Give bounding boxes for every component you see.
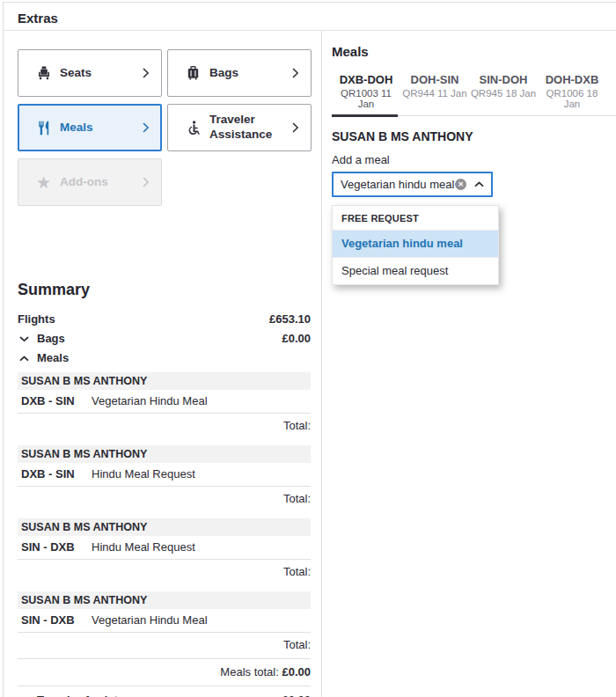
meal-select[interactable]: Vegetarian hindu meal ✕ — [332, 172, 493, 197]
clear-icon[interactable]: ✕ — [455, 179, 466, 190]
total-label: Total: — [18, 560, 311, 586]
star-icon: ★ — [36, 175, 51, 190]
meal-name: Hindu Meal Request — [92, 540, 195, 554]
meal-summary-item: SUSAN B MS ANTHONY DXB - SIN Vegetarian … — [18, 372, 311, 440]
passenger-name-bar: SUSAN B MS ANTHONY — [18, 591, 311, 609]
flight-tabs: DXB-DOH QR1003 11 Jan DOH-SIN QR944 11 J… — [332, 71, 616, 116]
page-title: Extras — [18, 11, 598, 26]
meals-total-label: Meals total: — [220, 665, 278, 679]
extras-page: Extras — [3, 2, 616, 697]
passenger-name-bar: SUSAN B MS ANTHONY — [18, 372, 311, 390]
flights-label: Flights — [18, 312, 55, 326]
passenger-name: SUSAN B MS ANTHONY — [332, 129, 616, 143]
meals-panel: Meals DXB-DOH QR1003 11 Jan DOH-SIN QR94… — [322, 31, 616, 697]
total-label: Total: — [18, 487, 311, 513]
chevron-up-icon — [19, 356, 29, 362]
traveler-assistance-summary-value: £0.00 — [282, 693, 311, 697]
dropdown-option-vegetarian-hindu-meal[interactable]: Vegetarian hindu meal — [333, 231, 498, 257]
chevron-right-icon — [143, 122, 150, 133]
meals-panel-title: Meals — [332, 44, 616, 59]
meals-button[interactable]: Meals — [18, 104, 162, 151]
chevron-up-icon — [474, 181, 484, 187]
extras-options: Seats — [18, 49, 311, 206]
page-header: Extras — [4, 3, 616, 31]
tab-route: DOH-SIN — [400, 73, 469, 86]
summary-flights-row: Flights £653.10 — [18, 312, 311, 328]
meals-total-value: £0.00 — [282, 665, 311, 679]
seats-button[interactable]: Seats — [18, 49, 162, 97]
passenger-name-bar: SUSAN B MS ANTHONY — [18, 518, 311, 536]
add-a-meal-label: Add a meal — [332, 153, 616, 166]
passenger-name-bar: SUSAN B MS ANTHONY — [18, 445, 311, 463]
flights-value: £653.10 — [269, 312, 311, 326]
chevron-down-icon — [19, 336, 29, 342]
seats-label: Seats — [60, 66, 92, 81]
route-label: DXB - SIN — [21, 394, 92, 407]
route-label: SIN - DXB — [21, 540, 92, 554]
chevron-right-icon — [143, 177, 150, 187]
tab-route: SIN-DOH — [469, 73, 538, 86]
bags-label: Bags — [209, 66, 238, 81]
meal-summary-item: SUSAN B MS ANTHONY SIN - DXB Hindu Meal … — [18, 518, 311, 586]
dropdown-group-header: FREE REQUEST — [333, 206, 498, 231]
traveler-assistance-button[interactable]: Traveler Assistance — [167, 104, 312, 151]
summary-bags-row[interactable]: Bags £0.00 — [18, 328, 311, 348]
route-label: SIN - DXB — [21, 613, 92, 627]
total-label: Total: — [18, 633, 311, 659]
meal-select-value: Vegetarian hindu meal — [341, 178, 454, 191]
chevron-right-icon — [143, 68, 150, 78]
total-label: Total: — [18, 414, 311, 440]
traveler-assistance-summary-label: Traveler Assistance — [37, 693, 144, 697]
tab-doh-dxb[interactable]: DOH-DXB QR1006 18 Jan — [538, 71, 606, 115]
tab-route: DOH-DXB — [538, 73, 606, 86]
dropdown-option-special-meal-request[interactable]: Special meal request — [333, 257, 498, 284]
bags-button[interactable]: Bags — [167, 49, 312, 97]
meal-dropdown: FREE REQUEST Vegetarian hindu meal Speci… — [332, 205, 499, 285]
tab-dxb-doh[interactable]: DXB-DOH QR1003 11 Jan — [332, 71, 400, 115]
meal-name: Vegetarian Hindu Meal — [92, 613, 208, 627]
summary-meals-row[interactable]: Meals — [18, 348, 311, 367]
traveler-assistance-label: Traveler Assistance — [209, 113, 292, 143]
meal-name: Hindu Meal Request — [92, 467, 195, 481]
meals-total-row: Meals total: £0.00 — [18, 658, 311, 686]
seat-icon — [36, 66, 51, 81]
route-label: DXB - SIN — [21, 467, 92, 481]
summary-section: Summary Flights £653.10 Bags £0.00 — [18, 281, 311, 697]
tab-flight: QR944 11 Jan — [400, 88, 469, 99]
add-ons-button: ★ Add-ons — [18, 158, 162, 206]
wheelchair-icon — [186, 121, 201, 136]
tab-doh-sin[interactable]: DOH-SIN QR944 11 Jan — [400, 71, 469, 115]
bags-summary-value: £0.00 — [282, 332, 311, 345]
meals-summary-label: Meals — [37, 351, 69, 364]
add-ons-label: Add-ons — [60, 175, 108, 190]
bag-icon — [186, 66, 201, 81]
meals-label: Meals — [60, 121, 93, 136]
meal-summary-item: SUSAN B MS ANTHONY DXB - SIN Hindu Meal … — [18, 445, 311, 513]
chevron-right-icon — [292, 122, 299, 133]
tab-flight: QR1006 18 Jan — [538, 88, 606, 109]
left-column: Seats — [4, 31, 322, 697]
tab-flight: QR945 18 Jan — [469, 88, 538, 99]
tab-flight: QR1003 11 Jan — [332, 88, 400, 109]
summary-traveler-assistance-row[interactable]: Traveler Assistance £0.00 — [18, 686, 311, 697]
tab-sin-doh[interactable]: SIN-DOH QR945 18 Jan — [469, 71, 538, 115]
summary-title: Summary — [18, 281, 311, 299]
meal-name: Vegetarian Hindu Meal — [92, 394, 208, 407]
tab-route: DXB-DOH — [332, 73, 400, 86]
chevron-right-icon — [292, 68, 299, 78]
meal-summary-item: SUSAN B MS ANTHONY SIN - DXB Vegetarian … — [18, 591, 311, 659]
fork-knife-icon — [36, 121, 51, 136]
bags-summary-label: Bags — [37, 332, 65, 345]
